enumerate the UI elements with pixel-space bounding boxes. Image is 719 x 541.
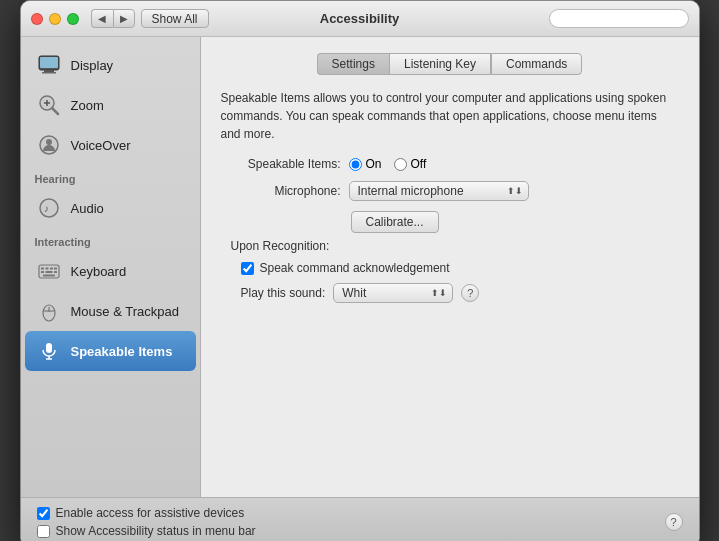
microphone-row: Microphone: Internal microphone ⬆⬇ xyxy=(221,181,679,201)
back-button[interactable]: ◀ xyxy=(91,9,113,28)
upon-recognition-label: Upon Recognition: xyxy=(231,239,679,253)
sidebar-item-keyboard[interactable]: Keyboard xyxy=(25,251,196,291)
svg-rect-15 xyxy=(50,268,53,270)
sidebar-label-audio: Audio xyxy=(71,201,104,216)
titlebar: ◀ ▶ Show All Accessibility 🔍 xyxy=(21,1,699,37)
radio-on-label[interactable]: On xyxy=(349,157,382,171)
svg-text:♪: ♪ xyxy=(44,203,49,214)
tab-commands[interactable]: Commands xyxy=(491,53,582,75)
interacting-section-label: Interacting xyxy=(21,228,200,251)
play-sound-label: Play this sound: xyxy=(241,286,326,300)
bottom-checks: Enable access for assistive devices Show… xyxy=(37,506,256,538)
sidebar: Display Zoom xyxy=(21,37,201,497)
content-area: Display Zoom xyxy=(21,37,699,497)
sidebar-label-mouse-trackpad: Mouse & Trackpad xyxy=(71,304,179,319)
radio-off[interactable] xyxy=(394,158,407,171)
bottom-bar: Enable access for assistive devices Show… xyxy=(21,497,699,541)
svg-rect-16 xyxy=(54,268,57,270)
voiceover-icon xyxy=(35,131,63,159)
show-status-row: Show Accessibility status in menu bar xyxy=(37,524,256,538)
sidebar-item-mouse-trackpad[interactable]: Mouse & Trackpad xyxy=(25,291,196,331)
description-text: Speakable Items allows you to control yo… xyxy=(221,89,679,143)
display-icon xyxy=(35,51,63,79)
sidebar-label-keyboard: Keyboard xyxy=(71,264,127,279)
minimize-button[interactable] xyxy=(49,13,61,25)
sidebar-label-display: Display xyxy=(71,58,114,73)
enable-assistive-row: Enable access for assistive devices xyxy=(37,506,256,520)
svg-rect-3 xyxy=(40,57,58,68)
enable-assistive-label: Enable access for assistive devices xyxy=(56,506,245,520)
search-wrapper: 🔍 xyxy=(549,9,689,28)
tab-listening-key[interactable]: Listening Key xyxy=(389,53,491,75)
svg-rect-24 xyxy=(46,343,52,353)
sidebar-item-display[interactable]: Display xyxy=(25,45,196,85)
window-title: Accessibility xyxy=(320,11,400,26)
sidebar-item-voiceover[interactable]: VoiceOver xyxy=(25,125,196,165)
mouse-icon xyxy=(35,297,63,325)
microphone-label: Microphone: xyxy=(221,184,341,198)
speakable-items-row: Speakable Items: On Off xyxy=(221,157,679,171)
svg-rect-20 xyxy=(43,275,55,277)
svg-line-5 xyxy=(52,108,58,114)
svg-rect-14 xyxy=(45,268,48,270)
on-label-text: On xyxy=(366,157,382,171)
play-sound-row: Play this sound: Whit ⬆⬇ ? xyxy=(241,283,679,303)
speak-command-label: Speak command acknowledgement xyxy=(260,261,450,275)
off-label-text: Off xyxy=(411,157,427,171)
forward-button[interactable]: ▶ xyxy=(113,9,135,28)
speak-command-row: Speak command acknowledgement xyxy=(241,261,679,275)
svg-rect-17 xyxy=(41,271,44,273)
search-input[interactable] xyxy=(549,9,689,28)
tabs-bar: Settings Listening Key Commands xyxy=(221,53,679,75)
hearing-section-label: Hearing xyxy=(21,165,200,188)
radio-on[interactable] xyxy=(349,158,362,171)
sidebar-item-audio[interactable]: ♪ Audio xyxy=(25,188,196,228)
svg-rect-1 xyxy=(44,70,54,72)
maximize-button[interactable] xyxy=(67,13,79,25)
svg-rect-13 xyxy=(41,268,44,270)
bottom-help-button[interactable]: ? xyxy=(665,513,683,531)
show-status-label: Show Accessibility status in menu bar xyxy=(56,524,256,538)
calibrate-button[interactable]: Calibrate... xyxy=(351,211,439,233)
calibrate-row: Calibrate... xyxy=(221,211,679,233)
sound-select-wrapper: Whit ⬆⬇ xyxy=(333,283,453,303)
tab-settings[interactable]: Settings xyxy=(317,53,389,75)
show-status-checkbox[interactable] xyxy=(37,525,50,538)
sidebar-item-speakable-items[interactable]: Speakable Items xyxy=(25,331,196,371)
sound-select[interactable]: Whit xyxy=(333,283,453,303)
svg-rect-19 xyxy=(54,271,57,273)
svg-rect-2 xyxy=(42,72,56,74)
traffic-lights xyxy=(31,13,79,25)
keyboard-icon xyxy=(35,257,63,285)
nav-buttons: ◀ ▶ xyxy=(91,9,135,28)
speakable-radio-group: On Off xyxy=(349,157,427,171)
speakable-items-label: Speakable Items: xyxy=(221,157,341,171)
close-button[interactable] xyxy=(31,13,43,25)
enable-assistive-checkbox[interactable] xyxy=(37,507,50,520)
microphone-select-wrapper: Internal microphone ⬆⬇ xyxy=(349,181,529,201)
sidebar-label-zoom: Zoom xyxy=(71,98,104,113)
sidebar-label-speakable-items: Speakable Items xyxy=(71,344,173,359)
svg-point-10 xyxy=(40,199,58,217)
sound-help-button[interactable]: ? xyxy=(461,284,479,302)
microphone-select[interactable]: Internal microphone xyxy=(349,181,529,201)
audio-icon: ♪ xyxy=(35,194,63,222)
svg-point-9 xyxy=(46,139,52,145)
svg-rect-18 xyxy=(45,271,52,273)
sidebar-label-voiceover: VoiceOver xyxy=(71,138,131,153)
show-all-button[interactable]: Show All xyxy=(141,9,209,28)
radio-off-label[interactable]: Off xyxy=(394,157,427,171)
main-window: ◀ ▶ Show All Accessibility 🔍 xyxy=(20,0,700,541)
main-panel: Settings Listening Key Commands Speakabl… xyxy=(201,37,699,497)
speakable-icon xyxy=(35,337,63,365)
sidebar-item-zoom[interactable]: Zoom xyxy=(25,85,196,125)
speak-command-checkbox[interactable] xyxy=(241,262,254,275)
zoom-icon xyxy=(35,91,63,119)
